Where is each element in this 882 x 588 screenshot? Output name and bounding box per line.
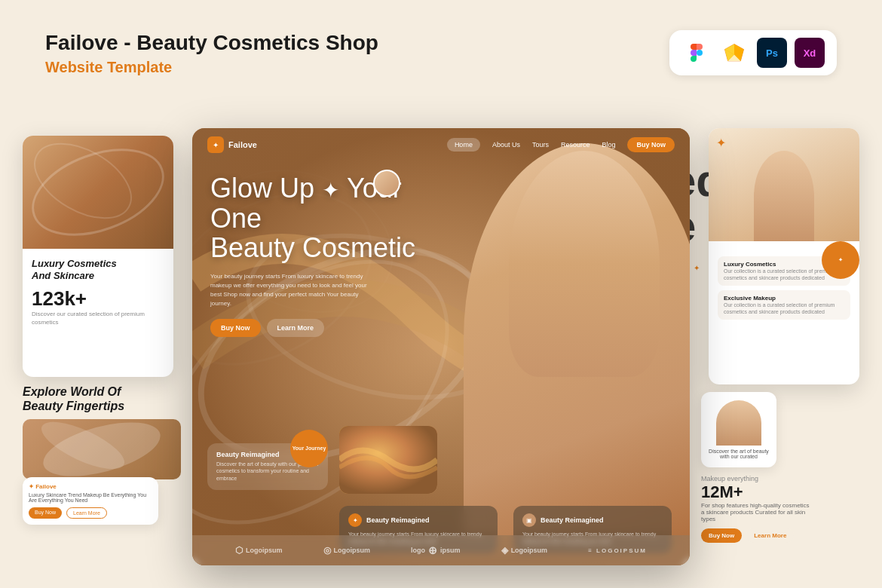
page-header: Failove - Beauty Cosmetics Shop Website … xyxy=(45,30,837,76)
right-buy-btn[interactable]: Buy Now xyxy=(701,528,742,543)
left-top-image xyxy=(23,136,173,249)
logo-5: ≡ LOGOIPSUM xyxy=(588,547,647,554)
nav-about[interactable]: About Us xyxy=(492,141,520,149)
logo-1: ⬡ Logoipsum xyxy=(235,545,283,556)
mockup-navbar: ✦ Failove Home About Us Tours Resource B… xyxy=(192,128,690,161)
bc-right-icon: ▣ xyxy=(522,513,536,527)
circular-badge: Your Journey xyxy=(290,430,328,467)
nav-buy-btn[interactable]: Buy Now xyxy=(627,137,675,152)
sketch-icon[interactable] xyxy=(719,38,749,68)
tool-icons-container: Ps Xd xyxy=(669,30,837,75)
hero-buttons: Buy Now Learn More xyxy=(210,319,436,337)
right-feature2-desc: Our collection is a curated selection of… xyxy=(724,302,844,315)
left-bottom: Explore World Of Beauty Fingertips ✦ Fai… xyxy=(23,384,181,479)
title-block: Failove - Beauty Cosmetics Shop Website … xyxy=(45,30,378,76)
hero-learn-btn[interactable]: Learn More xyxy=(267,319,325,337)
left-bottom-title: Explore World Of Beauty Fingertips xyxy=(23,384,181,413)
small-face-badge xyxy=(373,170,400,197)
nav-logo-icon: ✦ xyxy=(207,136,224,153)
left-top-card: Luxury Cosmetics And Skincare 123k+ Disc… xyxy=(23,136,173,377)
left-card-content: Luxury Cosmetics And Skincare 123k+ Disc… xyxy=(23,249,173,335)
mini-woman xyxy=(716,400,761,446)
nav-resource[interactable]: Resource xyxy=(561,141,590,149)
woman-face-shape xyxy=(509,151,660,377)
stat-label: Makeup everything xyxy=(701,475,859,482)
right-bottom: Discover the art of beauty with our cura… xyxy=(701,392,859,543)
bc-left-icon: ✦ xyxy=(348,513,362,527)
subtitle: Website Template xyxy=(45,59,378,76)
bc-left-header: ✦ Beauty Reimagined xyxy=(348,513,488,527)
sparkle-2: ✦ xyxy=(694,264,700,272)
hero-content: Glow Up ✦ Your One Beauty Cosmetic Your … xyxy=(210,173,436,337)
hero-description: Your beauty journey starts From luxury s… xyxy=(210,272,376,308)
nav-logo: ✦ Failove xyxy=(207,136,257,153)
left-bottom-mini-card: ✦ Failove Luxury Skincare Trend Makeup B… xyxy=(23,477,158,525)
nav-blog[interactable]: Blog xyxy=(602,141,615,149)
mini-text: Luxury Skincare Trend Makeup Be Everythi… xyxy=(29,492,152,503)
left-bottom-image xyxy=(23,419,181,479)
center-mockup: ✦ Failove Home About Us Tours Resource B… xyxy=(192,128,690,565)
logo-2: ◎ Logoipsum xyxy=(323,545,371,556)
nav-tours[interactable]: Tours xyxy=(532,141,549,149)
nav-home[interactable]: Home xyxy=(447,138,480,152)
photoshop-icon[interactable]: Ps xyxy=(757,38,787,68)
right-feature-2: Exclusive Makeup Our collection is a cur… xyxy=(718,290,850,320)
right-feature2-title: Exclusive Makeup xyxy=(724,295,844,302)
texture-image xyxy=(339,426,437,494)
right-bottom-buttons: Buy Now Learn More xyxy=(701,528,859,543)
mini-buttons: Buy Now Learn More xyxy=(29,507,152,519)
right-circular-badge: ✦ xyxy=(822,241,859,279)
stat-number: 123k+ xyxy=(32,287,164,311)
mini-buy-btn[interactable]: Buy Now xyxy=(29,507,62,519)
xd-icon[interactable]: Xd xyxy=(795,38,825,68)
nav-logo-text: Failove xyxy=(228,140,257,149)
svg-point-6 xyxy=(23,136,173,249)
right-stat-block: Makeup everything 12M+ For shop features… xyxy=(701,475,859,522)
logo-3: logo ⊕ ipsum xyxy=(411,544,461,556)
hero-title: Glow Up ✦ Your One Beauty Cosmetic xyxy=(210,173,436,263)
logo-4: ◈ Logoipsum xyxy=(501,545,548,556)
stat-number-right: 12M+ xyxy=(701,482,859,502)
mini-logo: ✦ Failove xyxy=(29,483,152,490)
stat-desc-right: For shop features high-quality cosmetics… xyxy=(701,502,814,522)
sparkle-1: ✦ xyxy=(716,136,726,150)
woman-shape xyxy=(426,128,690,565)
bc-left-title: Beauty Reimagined xyxy=(366,516,430,524)
right-woman-shape xyxy=(754,151,814,241)
mini-learn-btn[interactable]: Learn More xyxy=(66,507,107,519)
main-title: Failove - Beauty Cosmetics Shop xyxy=(45,30,378,56)
right-card-image xyxy=(709,128,859,241)
mockup-area: Luxury Cosmetics And Skincare 123k+ Disc… xyxy=(0,113,882,588)
left-card-title: Luxury Cosmetics And Skincare xyxy=(32,258,164,281)
stat-desc: Discover our curated selection of premiu… xyxy=(32,311,164,326)
right-panel: ed e ✦ ✦ ✦ Luxury Cosmetics Our collecti… xyxy=(671,113,859,543)
bc-right-title: Beauty Reimagined xyxy=(541,516,604,524)
left-panel: Luxury Cosmetics And Skincare 123k+ Disc… xyxy=(23,113,204,543)
bc-right-header: ▣ Beauty Reimagined xyxy=(522,513,663,527)
right-bottom-mini-card: Discover the art of beauty with our cura… xyxy=(701,392,776,467)
figma-icon[interactable] xyxy=(681,38,712,68)
right-learn-btn[interactable]: Learn More xyxy=(746,528,794,543)
logos-bar: ⬡ Logoipsum ◎ Logoipsum logo ⊕ ipsum ◈ L… xyxy=(192,535,690,565)
hero-buy-btn[interactable]: Buy Now xyxy=(210,319,261,337)
